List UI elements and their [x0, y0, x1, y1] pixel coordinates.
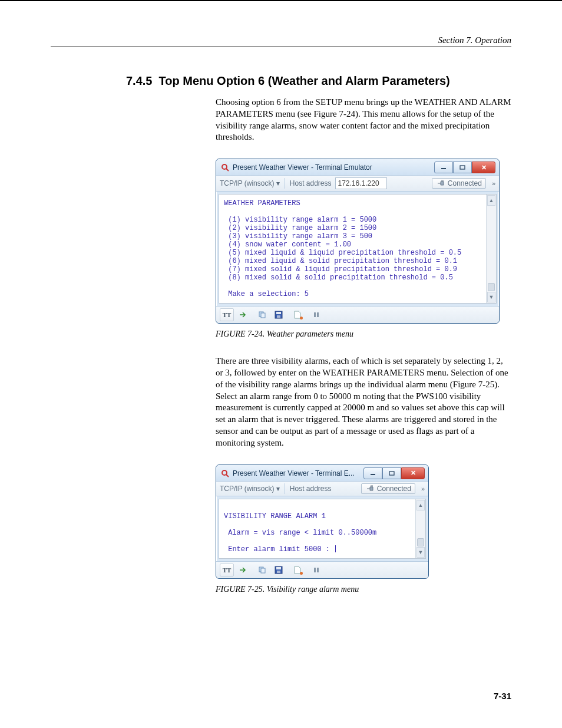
svg-rect-23: [277, 571, 280, 573]
page-number: 7-31: [494, 691, 511, 701]
connection-toolbar: TCP/IP (winsock) ▾ Host address Connecte…: [216, 481, 428, 496]
terminal-output[interactable]: VISIBILITY RANGE ALARM 1 Alarm = vis ran…: [219, 499, 415, 558]
scroll-down-button[interactable]: ▼: [416, 547, 425, 558]
host-address-label: Host address: [290, 485, 332, 493]
info-line: Alarm = vis range < limit 0..50000m: [224, 529, 376, 537]
overflow-chevrons-icon[interactable]: »: [492, 180, 495, 187]
svg-rect-11: [314, 312, 316, 317]
close-button[interactable]: ✕: [401, 467, 425, 479]
menu-item: (1) visibility range alarm 1 = 5000: [224, 216, 376, 224]
window-title: Present Weather Viewer - Terminal E...: [233, 469, 363, 477]
menu-title: WEATHER PARAMETERS: [224, 199, 300, 207]
bottom-toolbar: TT: [216, 306, 499, 323]
close-button[interactable]: ✕: [472, 162, 495, 173]
menu-item: (6) mixed liquid & solid precipitation t…: [224, 257, 457, 265]
connected-label: Connected: [377, 485, 411, 493]
svg-rect-22: [276, 567, 281, 569]
svg-rect-7: [261, 313, 265, 318]
svg-rect-10: [277, 315, 280, 318]
maximize-button[interactable]: [382, 467, 401, 479]
save-button[interactable]: [272, 308, 286, 321]
svg-point-0: [222, 164, 227, 169]
pause-icon: [313, 311, 320, 318]
tt-button[interactable]: TT: [220, 564, 234, 577]
menu-item: (4) snow water content = 1.00: [224, 241, 351, 249]
plug-icon: [436, 179, 445, 187]
vertical-scrollbar[interactable]: ▲ ▼: [415, 499, 425, 558]
copy-icon: [258, 311, 266, 319]
menu-item: (8) mixed solid & solid precipitation th…: [224, 274, 453, 282]
svg-rect-20: [261, 568, 265, 573]
svg-rect-3: [460, 166, 465, 169]
svg-point-13: [222, 470, 227, 475]
tt-icon: TT: [223, 566, 232, 574]
protocol-label: TCP/IP (winsock): [220, 179, 274, 187]
svg-rect-2: [441, 168, 446, 169]
terminal-output[interactable]: WEATHER PARAMETERS (1) visibility range …: [219, 195, 486, 303]
protocol-label: TCP/IP (winsock): [220, 485, 274, 493]
svg-rect-24: [314, 568, 316, 572]
protocol-dropdown[interactable]: TCP/IP (winsock) ▾: [220, 179, 280, 187]
figure-caption: FIGURE 7-24. Weather parameters menu: [216, 330, 511, 339]
floppy-icon: [275, 566, 283, 574]
tt-button[interactable]: TT: [220, 308, 234, 321]
scroll-up-button[interactable]: ▲: [416, 500, 425, 510]
menu-item: (5) mixed liquid & liquid precipitation …: [224, 249, 461, 257]
menu-title: VISIBILITY RANGE ALARM 1: [224, 512, 326, 521]
new-file-button[interactable]: [290, 308, 305, 321]
pause-button[interactable]: [309, 564, 323, 577]
floppy-icon: [275, 311, 283, 319]
overflow-chevrons-icon[interactable]: »: [421, 485, 425, 492]
vertical-scrollbar[interactable]: ▲ ▼: [486, 195, 496, 303]
scroll-up-button[interactable]: ▲: [487, 195, 495, 206]
svg-rect-12: [317, 312, 319, 317]
menu-item: (7) mixed solid & liquid precipitation t…: [224, 265, 457, 274]
connect-button[interactable]: Connected: [361, 483, 415, 494]
figure-caption: FIGURE 7-25. Visibility range alarm menu: [216, 585, 511, 594]
terminal-area: VISIBILITY RANGE ALARM 1 Alarm = vis ran…: [219, 499, 426, 559]
separator: [285, 483, 285, 494]
connect-button[interactable]: Connected: [432, 178, 486, 189]
copy-button[interactable]: [255, 308, 269, 321]
new-file-button[interactable]: [290, 564, 305, 577]
terminal-window-weather-params: Present Weather Viewer - Terminal Emulat…: [216, 159, 500, 324]
bottom-toolbar: TT: [216, 561, 428, 578]
scroll-thumb[interactable]: [488, 283, 495, 291]
host-address-input[interactable]: [335, 177, 387, 189]
minimize-button[interactable]: [363, 467, 382, 479]
pause-icon: [313, 566, 320, 574]
window-title: Present Weather Viewer - Terminal Emulat…: [233, 163, 434, 172]
scroll-thumb[interactable]: [417, 538, 424, 546]
send-button[interactable]: [236, 308, 250, 321]
app-icon: [221, 469, 229, 477]
terminal-area: WEATHER PARAMETERS (1) visibility range …: [219, 194, 497, 304]
svg-rect-15: [371, 474, 375, 475]
svg-line-1: [226, 169, 229, 171]
section-number: 7.4.5: [126, 74, 152, 87]
svg-rect-25: [317, 568, 319, 572]
scroll-down-button[interactable]: ▼: [487, 292, 495, 302]
save-button[interactable]: [272, 564, 286, 577]
titlebar[interactable]: Present Weather Viewer - Terminal E... ✕: [216, 465, 428, 481]
prompt: Make a selection: 5: [224, 290, 309, 298]
section-heading: 7.4.5 Top Menu Option 6 (Weather and Ala…: [126, 74, 511, 88]
running-header: Section 7. Operation: [51, 35, 511, 47]
tt-icon: TT: [223, 311, 232, 318]
page: Section 7. Operation 7.4.5 Top Menu Opti…: [0, 0, 562, 728]
minimize-button[interactable]: [434, 162, 453, 173]
prompt: Enter alarm limit 5000 :: [224, 545, 334, 554]
send-button[interactable]: [236, 564, 250, 577]
copy-icon: [258, 566, 266, 574]
menu-item: (2) visibility range alarm 2 = 1500: [224, 224, 376, 232]
pause-button[interactable]: [309, 308, 323, 321]
copy-button[interactable]: [255, 564, 269, 577]
maximize-button[interactable]: [453, 162, 472, 173]
separator: [285, 178, 285, 189]
connection-toolbar: TCP/IP (winsock) ▾ Host address Connecte…: [216, 175, 499, 192]
plug-icon: [365, 485, 375, 493]
protocol-dropdown[interactable]: TCP/IP (winsock) ▾: [220, 485, 280, 493]
file-icon: [294, 311, 301, 319]
section-title: Top Menu Option 6 (Weather and Alarm Par…: [159, 74, 450, 87]
titlebar[interactable]: Present Weather Viewer - Terminal Emulat…: [216, 159, 499, 175]
text-cursor-icon: [335, 545, 336, 552]
